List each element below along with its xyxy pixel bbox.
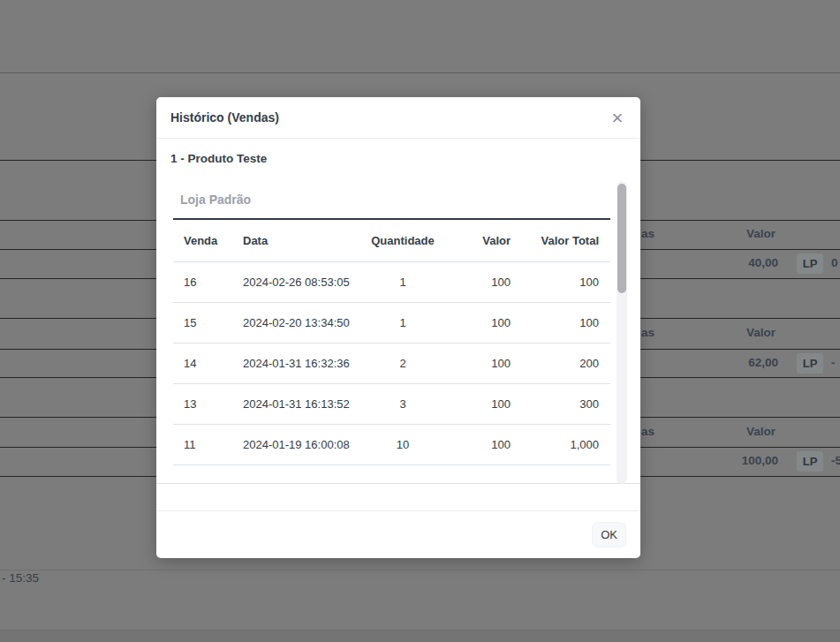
cell-valor-total: 100: [526, 302, 610, 343]
table-row: 14 2024-01-31 16:32:36 2 100 200: [173, 343, 610, 383]
bg-column-header: as: [641, 326, 655, 339]
cell-venda: 15: [173, 302, 231, 343]
bg-lp-badge: LP: [797, 451, 823, 472]
sales-history-table: Venda Data Quantidade Valor Valor Total …: [173, 218, 610, 465]
bg-lp-badge: LP: [797, 253, 823, 274]
cell-valor-total: 100: [526, 261, 610, 302]
modal-footer: OK: [156, 510, 640, 558]
bg-valor-value: 62,00: [672, 356, 778, 369]
cell-venda: 16: [173, 261, 231, 302]
historico-vendas-modal: Histórico (Vendas) × 1 - Produto Teste L…: [156, 97, 640, 558]
store-group-label: Loja Padrão: [180, 193, 251, 207]
cell-valor-total: 1,000: [526, 424, 610, 465]
bg-valor-value: 40,00: [672, 256, 778, 269]
cell-valor-total: 300: [526, 383, 610, 424]
cell-venda: 11: [173, 424, 231, 465]
table-row: 13 2024-01-31 16:13:52 3 100 300: [173, 383, 610, 424]
table-row: 15 2024-02-20 13:34:50 1 100 100: [173, 302, 610, 343]
bg-lp-badge: LP: [797, 353, 823, 374]
bg-column-header: as: [641, 425, 655, 438]
bg-column-header: Valor: [746, 425, 776, 438]
modal-title: Histórico (Vendas): [170, 110, 279, 125]
column-header-valor: Valor: [451, 219, 526, 261]
cell-valor-total: 200: [526, 343, 610, 383]
cell-venda: 14: [173, 343, 231, 383]
cell-quantidade: 10: [354, 424, 451, 465]
cell-data: 2024-02-26 08:53:05: [231, 261, 354, 302]
product-title: 1 - Produto Teste: [156, 139, 640, 165]
bg-bottom-strip: [0, 631, 840, 642]
scrollbar-thumb[interactable]: [617, 184, 626, 293]
cell-valor: 100: [451, 343, 526, 383]
column-header-venda: Venda: [173, 219, 231, 261]
table-header-row: Venda Data Quantidade Valor Valor Total: [173, 219, 610, 261]
column-header-valor-total: Valor Total: [526, 219, 610, 261]
cell-valor: 100: [451, 383, 526, 424]
modal-header: Histórico (Vendas) ×: [156, 97, 640, 139]
cell-valor: 100: [451, 302, 526, 343]
bg-cut-value: 0: [831, 256, 840, 269]
ok-button[interactable]: OK: [592, 522, 626, 548]
bg-cut-value: -: [831, 356, 840, 369]
bg-column-header: Valor: [746, 326, 776, 339]
cell-data: 2024-01-19 16:00:08: [231, 424, 354, 465]
bg-divider: [0, 72, 840, 73]
column-header-data: Data: [231, 219, 354, 261]
table-row: 16 2024-02-26 08:53:05 1 100 100: [173, 261, 610, 302]
scrollbar-track[interactable]: [617, 181, 627, 484]
history-scroll-area[interactable]: Loja Padrão Venda Data Quantidade Valor …: [156, 181, 640, 484]
table-row: 11 2024-01-19 16:00:08 10 100 1,000: [173, 424, 610, 465]
cell-valor: 100: [451, 424, 526, 465]
bg-cut-value: -5: [831, 454, 840, 467]
cell-data: 2024-02-20 13:34:50: [231, 302, 354, 343]
bg-valor-value: 100,00: [672, 454, 778, 467]
cell-quantidade: 3: [354, 383, 451, 424]
close-icon[interactable]: ×: [605, 106, 630, 131]
bg-column-header: Valor: [746, 227, 776, 240]
bg-timestamp: - 15:35: [2, 571, 39, 585]
cell-venda: 13: [173, 383, 231, 424]
bg-column-header: as: [641, 227, 655, 240]
bg-divider: [0, 570, 840, 570]
cell-valor: 100: [451, 261, 526, 302]
cell-quantidade: 1: [354, 302, 451, 343]
cell-quantidade: 1: [354, 261, 451, 302]
column-header-quantidade: Quantidade: [354, 219, 451, 261]
cell-quantidade: 2: [354, 343, 451, 383]
cell-data: 2024-01-31 16:32:36: [231, 343, 354, 383]
cell-data: 2024-01-31 16:13:52: [231, 383, 354, 424]
